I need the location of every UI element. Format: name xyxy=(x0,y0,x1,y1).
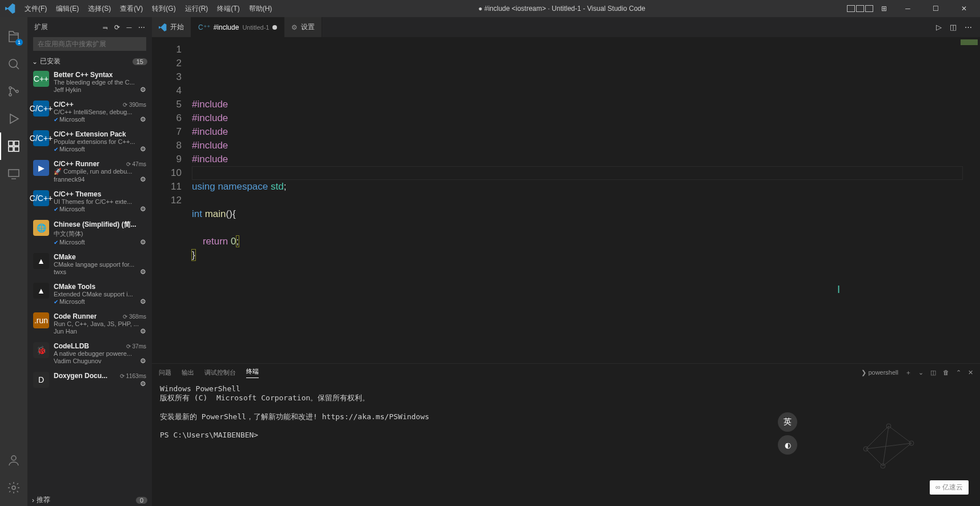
panel-tab[interactable]: 终端 xyxy=(246,367,259,378)
code-line[interactable]: #include xyxy=(192,139,980,152)
extension-manage-gear-icon[interactable]: ⚙ xyxy=(140,86,146,94)
explorer-icon[interactable]: 1 xyxy=(0,23,27,50)
extension-manage-gear-icon[interactable]: ⚙ xyxy=(140,145,146,153)
editor-tab[interactable]: 开始 xyxy=(152,17,191,37)
code-line[interactable]: int main(){ xyxy=(192,207,980,221)
extension-item[interactable]: C++ Better C++ Syntax The bleeding edge … xyxy=(27,67,152,97)
code-line[interactable] xyxy=(192,194,980,207)
section-recommended[interactable]: › 推荐 0 xyxy=(27,494,152,506)
extension-item[interactable]: ▲ CMake CMake langage support for... twx… xyxy=(27,250,152,279)
extension-manage-gear-icon[interactable]: ⚙ xyxy=(140,298,146,306)
extension-item[interactable]: C/C++ C/C++⟳ 390ms C/C++ IntelliSense, d… xyxy=(27,97,152,127)
extension-manage-gear-icon[interactable]: ⚙ xyxy=(140,238,146,246)
dark-mode-icon[interactable]: ◐ xyxy=(778,435,797,455)
section-installed[interactable]: ⌄ 已安装 15 xyxy=(27,55,152,67)
new-terminal-icon[interactable]: ＋ xyxy=(905,368,911,377)
editor-tab[interactable]: C⁺⁺#include Untitled-1 xyxy=(191,17,284,37)
extension-item[interactable]: 🐞 CodeLLDB⟳ 37ms A native debugger power… xyxy=(27,339,152,368)
menu-item[interactable]: 文件(F) xyxy=(20,4,51,14)
panel-tab[interactable]: 问题 xyxy=(159,368,171,377)
menu-item[interactable]: 终端(T) xyxy=(212,4,244,14)
ime-indicator[interactable]: 英 xyxy=(778,412,797,432)
refresh-icon[interactable]: ⟳ xyxy=(114,23,120,31)
filter-icon[interactable]: ⫬ xyxy=(102,23,109,31)
extension-item[interactable]: C/C++ C/C++ Themes UI Themes for C/C++ e… xyxy=(27,187,152,216)
extension-manage-gear-icon[interactable]: ⚙ xyxy=(140,327,146,335)
extension-list[interactable]: C++ Better C++ Syntax The bleeding edge … xyxy=(27,67,152,494)
more-actions-icon[interactable]: ⋯ xyxy=(965,23,972,31)
menu-item[interactable]: 查看(V) xyxy=(115,4,147,14)
extensions-icon[interactable] xyxy=(0,132,27,160)
code-line[interactable] xyxy=(192,166,980,180)
extension-item[interactable]: C/C++ C/C++ Extension Pack Popular exten… xyxy=(27,127,152,156)
code-line[interactable] xyxy=(192,221,980,235)
menu-item[interactable]: 选择(S) xyxy=(83,4,115,14)
code-line[interactable]: #include xyxy=(192,111,980,125)
more-icon[interactable]: ⋯ xyxy=(138,23,145,31)
minimap[interactable] xyxy=(961,39,978,51)
close-panel-icon[interactable]: ✕ xyxy=(968,369,973,376)
extension-item[interactable]: D Doxygen Docu...⟳ 1163ms ⚙ xyxy=(27,368,152,391)
extension-name: C/C++ Themes xyxy=(54,190,101,198)
shell-indicator[interactable]: ❯ powershell xyxy=(861,369,898,376)
extension-publisher: Microsoft xyxy=(54,298,85,305)
svg-point-10 xyxy=(12,486,15,489)
extension-item[interactable]: 🌐 Chinese (Simplified) (简... 中文(简体) Micr… xyxy=(27,216,152,250)
extension-manage-gear-icon[interactable]: ⚙ xyxy=(140,268,146,276)
customize-layout-icon[interactable]: ⊞ xyxy=(881,5,887,13)
run-icon[interactable]: ▷ xyxy=(936,23,942,31)
extension-item[interactable]: ▶ C/C++ Runner⟳ 47ms 🚀 Compile, run and … xyxy=(27,156,152,187)
maximize-button[interactable]: ☐ xyxy=(923,0,949,17)
source-control-icon[interactable] xyxy=(0,78,27,105)
extension-publisher: Microsoft xyxy=(54,146,85,152)
extension-manage-gear-icon[interactable]: ⚙ xyxy=(140,357,146,365)
terminal-dropdown-icon[interactable]: ⌄ xyxy=(918,369,923,376)
maximize-panel-icon[interactable]: ⌃ xyxy=(956,369,961,376)
extension-activation-time: ⟳ 37ms xyxy=(126,343,146,350)
extension-publisher: Microsoft xyxy=(54,239,85,246)
layout-left-icon[interactable] xyxy=(847,5,855,12)
layout-right-icon[interactable] xyxy=(865,5,873,12)
sidebar-title: 扩展 xyxy=(34,22,48,32)
recommended-count-badge: 0 xyxy=(136,497,147,504)
kill-terminal-icon[interactable]: 🗑 xyxy=(943,369,949,376)
panel-tab[interactable]: 输出 xyxy=(182,368,194,377)
clear-icon[interactable]: ⸺ xyxy=(126,23,132,31)
extension-search[interactable] xyxy=(33,37,146,51)
menu-item[interactable]: 帮助(H) xyxy=(244,4,277,14)
extension-description: Popular extensions for C++... xyxy=(54,138,146,145)
extension-item[interactable]: ▲ CMake Tools Extended CMake support i..… xyxy=(27,279,152,309)
search-icon[interactable] xyxy=(0,50,27,78)
extension-manage-gear-icon[interactable]: ⚙ xyxy=(140,380,146,388)
menu-item[interactable]: 运行(R) xyxy=(180,4,213,14)
panel-tab[interactable]: 调试控制台 xyxy=(204,368,236,377)
extension-description: 中文(简体) xyxy=(54,230,146,238)
code-line[interactable]: #include xyxy=(192,152,980,166)
extension-manage-gear-icon[interactable]: ⚙ xyxy=(140,205,146,213)
accounts-icon[interactable] xyxy=(0,447,27,474)
menu-item[interactable]: 编辑(E) xyxy=(51,4,83,14)
code-line[interactable]: return 0; xyxy=(192,235,980,248)
tab-icon: ⚙ xyxy=(291,23,298,31)
code-line[interactable]: #include xyxy=(192,125,980,139)
code-line[interactable]: #include xyxy=(192,98,980,111)
code-line[interactable]: } xyxy=(192,248,980,262)
layout-controls[interactable] xyxy=(847,5,873,12)
code-line[interactable]: using namespace std; xyxy=(192,180,980,194)
remote-icon[interactable] xyxy=(0,160,27,187)
extension-search-input[interactable] xyxy=(33,37,146,51)
split-editor-icon[interactable]: ◫ xyxy=(950,23,957,31)
extension-item[interactable]: .run Code Runner⟳ 368ms Run C, C++, Java… xyxy=(27,309,152,339)
menu-item[interactable]: 转到(G) xyxy=(147,4,180,14)
minimize-button[interactable]: ─ xyxy=(895,0,921,17)
layout-bottom-icon[interactable] xyxy=(856,5,864,12)
editor-tab[interactable]: ⚙设置 xyxy=(284,17,322,37)
editor[interactable]: 123456789101112 I #include #include #inc… xyxy=(152,37,980,363)
extension-manage-gear-icon[interactable]: ⚙ xyxy=(140,115,146,123)
run-debug-icon[interactable] xyxy=(0,105,27,132)
extension-manage-gear-icon[interactable]: ⚙ xyxy=(140,175,146,183)
settings-gear-icon[interactable] xyxy=(0,474,27,501)
split-terminal-icon[interactable]: ◫ xyxy=(930,369,936,376)
code-area[interactable]: I #include #include #include #include #i… xyxy=(192,37,980,363)
close-button[interactable]: ✕ xyxy=(951,0,977,17)
